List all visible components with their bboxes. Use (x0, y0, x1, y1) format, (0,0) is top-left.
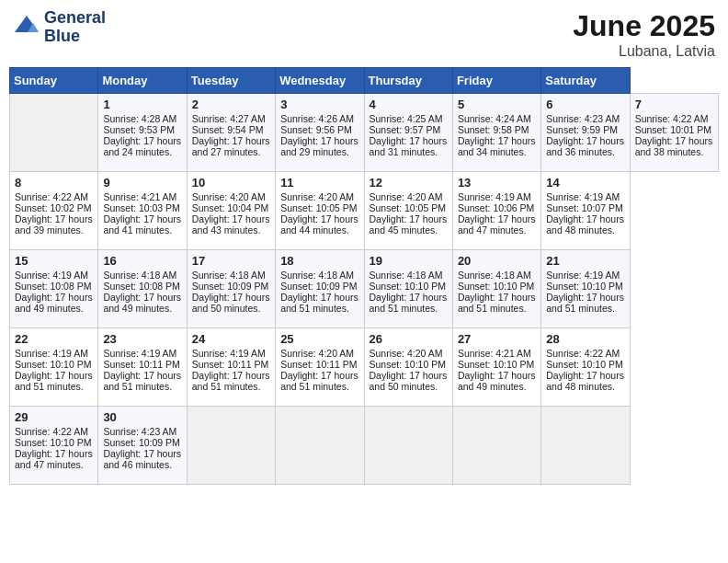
calendar-cell (452, 407, 540, 485)
sunset: Sunset: 10:09 PM (280, 281, 357, 292)
calendar-cell: 20Sunrise: 4:18 AMSunset: 10:10 PMDaylig… (452, 250, 540, 328)
sunset: Sunset: 10:10 PM (370, 359, 446, 370)
day-number: 20 (458, 254, 536, 268)
calendar-cell: 3Sunrise: 4:26 AMSunset: 9:56 PMDaylight… (276, 94, 364, 172)
day-number: 10 (192, 176, 270, 190)
daylight-label: Daylight: 17 hours and 50 minutes. (370, 370, 448, 392)
sunrise: Sunrise: 4:23 AM (103, 426, 176, 437)
sunset: Sunset: 9:53 PM (103, 124, 175, 135)
sunrise: Sunrise: 4:25 AM (370, 113, 443, 124)
sunrise: Sunrise: 4:22 AM (15, 191, 88, 202)
day-number: 24 (192, 332, 270, 346)
day-number: 8 (15, 176, 93, 190)
calendar-cell: 2Sunrise: 4:27 AMSunset: 9:54 PMDaylight… (187, 94, 275, 172)
calendar-cell: 12Sunrise: 4:20 AMSunset: 10:05 PMDaylig… (364, 172, 452, 250)
sunset: Sunset: 10:11 PM (192, 359, 268, 370)
logo: General Blue (13, 9, 106, 46)
sunrise: Sunrise: 4:22 AM (635, 113, 709, 124)
sunrise: Sunrise: 4:20 AM (370, 348, 443, 359)
sunrise: Sunrise: 4:19 AM (458, 191, 531, 202)
daylight-label: Daylight: 17 hours and 36 minutes. (546, 135, 624, 157)
sunrise: Sunrise: 4:18 AM (280, 270, 354, 281)
calendar-cell: 26Sunrise: 4:20 AMSunset: 10:10 PMDaylig… (364, 328, 452, 407)
sunrise: Sunrise: 4:26 AM (280, 113, 354, 124)
sunrise: Sunrise: 4:19 AM (192, 348, 266, 359)
daylight-label: Daylight: 17 hours and 51 minutes. (103, 370, 181, 392)
sunset: Sunset: 10:08 PM (103, 281, 179, 292)
day-number: 17 (192, 254, 270, 268)
calendar-cell: 9Sunrise: 4:21 AMSunset: 10:03 PMDayligh… (98, 172, 187, 250)
sunrise: Sunrise: 4:20 AM (192, 191, 266, 202)
day-header-monday: Monday (98, 68, 187, 94)
week-row-4: 22Sunrise: 4:19 AMSunset: 10:10 PMDaylig… (10, 328, 719, 407)
day-header-thursday: Thursday (364, 68, 452, 94)
calendar-cell (541, 407, 630, 485)
calendar-cell: 22Sunrise: 4:19 AMSunset: 10:10 PMDaylig… (10, 328, 98, 407)
day-number: 23 (103, 332, 181, 346)
day-number: 26 (370, 332, 448, 346)
sunset: Sunset: 10:10 PM (546, 281, 622, 292)
day-number: 29 (15, 410, 93, 424)
sunrise: Sunrise: 4:22 AM (546, 348, 620, 359)
daylight-label: Daylight: 17 hours and 39 minutes. (15, 213, 93, 236)
calendar-subtitle: Lubana, Latvia (573, 43, 715, 60)
day-number: 19 (370, 254, 448, 268)
sunrise: Sunrise: 4:19 AM (103, 348, 176, 359)
daylight-label: Daylight: 17 hours and 47 minutes. (458, 213, 536, 236)
sunset: Sunset: 10:10 PM (15, 359, 91, 370)
daylight-label: Daylight: 17 hours and 49 minutes. (103, 292, 181, 314)
sunset: Sunset: 10:10 PM (458, 281, 534, 292)
day-number: 1 (103, 98, 181, 111)
sunset: Sunset: 10:01 PM (635, 124, 711, 135)
daylight-label: Daylight: 17 hours and 51 minutes. (546, 292, 624, 314)
daylight-label: Daylight: 17 hours and 51 minutes. (458, 292, 536, 314)
calendar-cell: 18Sunrise: 4:18 AMSunset: 10:09 PMDaylig… (276, 250, 364, 328)
calendar-cell: 16Sunrise: 4:18 AMSunset: 10:08 PMDaylig… (98, 250, 187, 328)
calendar-cell: 8Sunrise: 4:22 AMSunset: 10:02 PMDayligh… (10, 172, 98, 250)
sunset: Sunset: 9:54 PM (192, 124, 264, 135)
calendar-table: SundayMondayTuesdayWednesdayThursdayFrid… (9, 67, 719, 485)
calendar-cell (364, 407, 452, 485)
day-header-wednesday: Wednesday (276, 68, 364, 94)
calendar-cell: 13Sunrise: 4:19 AMSunset: 10:06 PMDaylig… (452, 172, 540, 250)
sunset: Sunset: 10:05 PM (370, 202, 446, 213)
calendar-cell: 17Sunrise: 4:18 AMSunset: 10:09 PMDaylig… (187, 250, 275, 328)
daylight-label: Daylight: 17 hours and 31 minutes. (370, 135, 448, 157)
calendar-cell (276, 407, 364, 485)
sunrise: Sunrise: 4:19 AM (15, 348, 88, 359)
calendar-cell: 5Sunrise: 4:24 AMSunset: 9:58 PMDaylight… (452, 94, 540, 172)
daylight-label: Daylight: 17 hours and 27 minutes. (192, 135, 270, 157)
sunset: Sunset: 10:11 PM (280, 359, 357, 370)
sunrise: Sunrise: 4:21 AM (103, 191, 176, 202)
sunset: Sunset: 10:10 PM (546, 359, 622, 370)
calendar-cell: 29Sunrise: 4:22 AMSunset: 10:10 PMDaylig… (10, 407, 98, 485)
day-number: 16 (103, 254, 181, 268)
sunrise: Sunrise: 4:21 AM (458, 348, 531, 359)
day-number: 25 (280, 332, 358, 346)
calendar-cell: 4Sunrise: 4:25 AMSunset: 9:57 PMDaylight… (364, 94, 452, 172)
daylight-label: Daylight: 17 hours and 48 minutes. (546, 370, 624, 392)
sunset: Sunset: 9:58 PM (458, 124, 529, 135)
daylight-label: Daylight: 17 hours and 51 minutes. (370, 292, 448, 314)
daylight-label: Daylight: 17 hours and 51 minutes. (192, 370, 270, 392)
daylight-label: Daylight: 17 hours and 49 minutes. (15, 292, 93, 314)
day-header-sunday: Sunday (10, 68, 98, 94)
day-header-tuesday: Tuesday (187, 68, 275, 94)
sunset: Sunset: 10:11 PM (103, 359, 179, 370)
day-number: 5 (458, 98, 536, 111)
calendar-cell: 1Sunrise: 4:28 AMSunset: 9:53 PMDaylight… (98, 94, 187, 172)
sunset: Sunset: 10:05 PM (280, 202, 357, 213)
logo-text: General Blue (44, 9, 106, 46)
sunrise: Sunrise: 4:19 AM (546, 191, 620, 202)
sunrise: Sunrise: 4:18 AM (370, 270, 443, 281)
daylight-label: Daylight: 17 hours and 51 minutes. (280, 292, 358, 314)
sunrise: Sunrise: 4:18 AM (458, 270, 531, 281)
calendar-cell: 21Sunrise: 4:19 AMSunset: 10:10 PMDaylig… (541, 250, 630, 328)
title-block: June 2025 Lubana, Latvia (573, 9, 715, 60)
sunset: Sunset: 9:56 PM (280, 124, 352, 135)
calendar-cell: 15Sunrise: 4:19 AMSunset: 10:08 PMDaylig… (10, 250, 98, 328)
calendar-cell: 14Sunrise: 4:19 AMSunset: 10:07 PMDaylig… (541, 172, 630, 250)
daylight-label: Daylight: 17 hours and 41 minutes. (103, 213, 181, 236)
day-number: 3 (280, 98, 358, 111)
daylight-label: Daylight: 17 hours and 47 minutes. (15, 448, 93, 470)
